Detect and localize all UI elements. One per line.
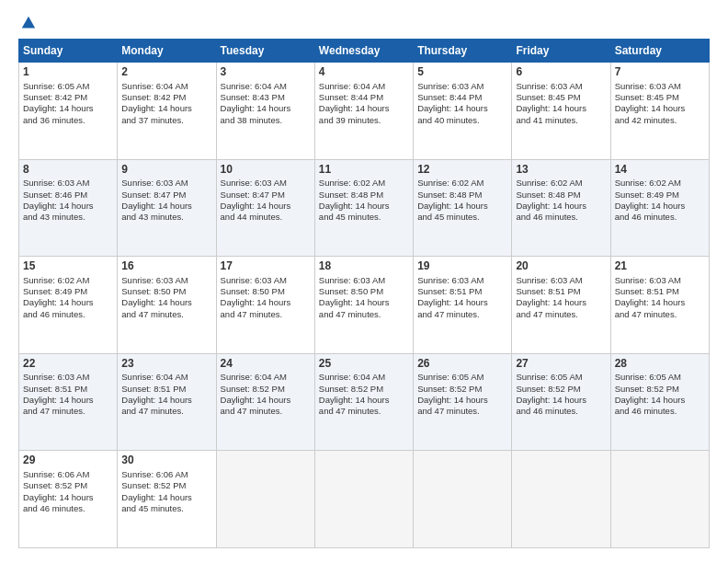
day-number: 18 [319,259,409,274]
day-info: Sunrise: 6:03 AM [121,275,211,286]
day-info: Sunset: 8:50 PM [319,286,409,297]
day-info: Sunset: 8:48 PM [516,190,606,201]
logo-text [18,15,37,31]
day-info: Sunset: 8:48 PM [319,190,409,201]
calendar-cell [610,451,709,548]
day-info: Sunrise: 6:02 AM [516,178,606,189]
day-info: Sunset: 8:47 PM [121,190,211,201]
day-info: and 43 minutes. [23,212,113,223]
page: SundayMondayTuesdayWednesdayThursdayFrid… [0,0,728,563]
day-info: Sunrise: 6:04 AM [221,372,311,383]
day-number: 30 [121,454,211,468]
calendar-cell: 8Sunrise: 6:03 AMSunset: 8:46 PMDaylight… [19,159,118,257]
day-info: Daylight: 14 hours [23,297,113,308]
day-number: 27 [516,357,606,372]
calendar-header-saturday: Saturday [610,40,709,63]
day-info: Daylight: 14 hours [516,201,606,212]
day-info: Sunrise: 6:04 AM [121,372,211,383]
day-info: Sunrise: 6:04 AM [319,81,409,92]
day-info: and 43 minutes. [121,212,211,223]
day-info: Sunrise: 6:03 AM [221,178,311,189]
calendar-cell: 29Sunrise: 6:06 AMSunset: 8:52 PMDayligh… [19,451,118,548]
day-info: Sunset: 8:42 PM [23,92,113,103]
day-info: Sunrise: 6:05 AM [23,81,113,92]
day-info: Sunrise: 6:05 AM [417,372,507,383]
day-info: Sunrise: 6:03 AM [23,372,113,383]
day-info: Daylight: 14 hours [319,201,409,212]
calendar-cell: 24Sunrise: 6:04 AMSunset: 8:52 PMDayligh… [216,353,314,451]
day-info: Daylight: 14 hours [221,103,311,114]
day-info: Daylight: 14 hours [516,297,606,308]
day-number: 5 [417,65,507,80]
day-number: 20 [516,259,606,274]
day-info: and 47 minutes. [23,406,113,417]
day-info: Sunset: 8:50 PM [221,286,311,297]
day-info: and 47 minutes. [516,309,606,320]
calendar-cell: 3Sunrise: 6:04 AMSunset: 8:43 PMDaylight… [216,63,314,160]
day-info: Sunset: 8:46 PM [23,190,113,201]
day-info: Sunrise: 6:04 AM [121,81,211,92]
day-info: Sunset: 8:51 PM [615,286,705,297]
day-info: and 46 minutes. [516,212,606,223]
day-info: Daylight: 14 hours [319,297,409,308]
day-info: Sunrise: 6:03 AM [121,178,211,189]
calendar-header-row: SundayMondayTuesdayWednesdayThursdayFrid… [19,40,710,63]
day-info: Sunset: 8:52 PM [319,384,409,395]
day-info: Sunrise: 6:06 AM [121,469,211,480]
calendar-cell: 27Sunrise: 6:05 AMSunset: 8:52 PMDayligh… [512,353,610,451]
day-info: Daylight: 14 hours [516,395,606,406]
day-info: Sunset: 8:49 PM [23,286,113,297]
day-number: 6 [516,65,606,80]
day-info: and 40 minutes. [417,115,507,126]
calendar-cell: 14Sunrise: 6:02 AMSunset: 8:49 PMDayligh… [610,159,709,257]
day-number: 23 [121,357,211,372]
logo-icon [20,15,37,31]
day-info: Daylight: 14 hours [417,103,507,114]
calendar-header-monday: Monday [118,40,216,63]
calendar-week-4: 22Sunrise: 6:03 AMSunset: 8:51 PMDayligh… [19,353,710,451]
day-info: Daylight: 14 hours [417,297,507,308]
calendar-week-3: 15Sunrise: 6:02 AMSunset: 8:49 PMDayligh… [19,257,710,354]
day-info: Sunset: 8:47 PM [221,190,311,201]
day-info: Sunrise: 6:03 AM [319,275,409,286]
day-info: Daylight: 14 hours [615,297,705,308]
day-info: Daylight: 14 hours [615,395,705,406]
day-info: and 46 minutes. [615,406,705,417]
calendar-cell: 21Sunrise: 6:03 AMSunset: 8:51 PMDayligh… [610,257,709,354]
day-info: Sunset: 8:52 PM [221,384,311,395]
day-info: Sunrise: 6:04 AM [221,81,311,92]
day-info: and 36 minutes. [23,115,113,126]
calendar-cell: 18Sunrise: 6:03 AMSunset: 8:50 PMDayligh… [314,257,413,354]
day-info: and 47 minutes. [121,309,211,320]
calendar-cell [314,451,413,548]
logo [18,15,37,29]
day-number: 11 [319,163,409,178]
calendar-cell: 16Sunrise: 6:03 AMSunset: 8:50 PMDayligh… [118,257,216,354]
day-info: Daylight: 14 hours [319,395,409,406]
day-info: and 47 minutes. [121,406,211,417]
calendar-cell: 25Sunrise: 6:04 AMSunset: 8:52 PMDayligh… [314,353,413,451]
calendar-cell: 28Sunrise: 6:05 AMSunset: 8:52 PMDayligh… [610,353,709,451]
day-info: Sunrise: 6:05 AM [516,372,606,383]
day-info: Daylight: 14 hours [121,492,211,503]
calendar-header-friday: Friday [512,40,610,63]
day-number: 8 [23,163,113,178]
calendar-week-2: 8Sunrise: 6:03 AMSunset: 8:46 PMDaylight… [19,159,710,257]
day-info: Daylight: 14 hours [615,103,705,114]
calendar-cell [512,451,610,548]
day-info: Sunrise: 6:02 AM [23,275,113,286]
calendar-cell: 11Sunrise: 6:02 AMSunset: 8:48 PMDayligh… [314,159,413,257]
day-info: and 47 minutes. [319,309,409,320]
calendar-cell: 26Sunrise: 6:05 AMSunset: 8:52 PMDayligh… [414,353,512,451]
day-info: Sunrise: 6:02 AM [417,178,507,189]
day-number: 13 [516,163,606,178]
calendar-week-5: 29Sunrise: 6:06 AMSunset: 8:52 PMDayligh… [19,451,710,548]
calendar-cell [216,451,314,548]
day-info: Sunrise: 6:03 AM [516,275,606,286]
calendar-header-tuesday: Tuesday [216,40,314,63]
day-info: Sunset: 8:52 PM [23,480,113,491]
calendar-cell: 23Sunrise: 6:04 AMSunset: 8:51 PMDayligh… [118,353,216,451]
day-info: Daylight: 14 hours [221,297,311,308]
day-info: Sunset: 8:52 PM [121,480,211,491]
day-number: 15 [23,259,113,274]
